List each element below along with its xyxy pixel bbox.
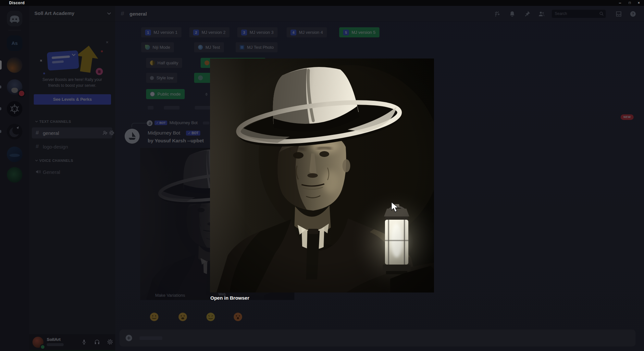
- discord-window: As: [0, 0, 644, 351]
- mouse-cursor: [391, 202, 401, 213]
- lightbox-portrait-image[interactable]: [210, 58, 434, 292]
- maximize-button[interactable]: □: [626, 0, 634, 6]
- open-in-browser-link[interactable]: Open in Browser: [210, 295, 249, 301]
- close-button[interactable]: ×: [635, 0, 643, 6]
- minimize-button[interactable]: –: [616, 0, 624, 6]
- app-title: Discord: [9, 1, 25, 5]
- title-bar: Discord – □ ×: [0, 0, 644, 6]
